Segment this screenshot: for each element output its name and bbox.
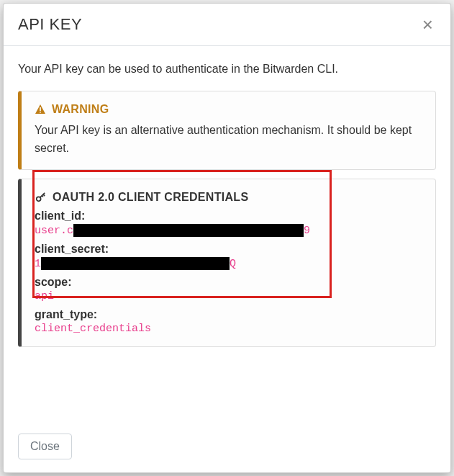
modal-body: Your API key can be used to authenticate… bbox=[4, 46, 450, 423]
svg-line-5 bbox=[42, 196, 43, 197]
client-id-value: user.c9 bbox=[35, 224, 422, 237]
svg-rect-0 bbox=[40, 107, 41, 111]
svg-rect-1 bbox=[40, 112, 41, 113]
scope-value: api bbox=[35, 290, 422, 302]
svg-line-4 bbox=[43, 194, 45, 196]
credentials-callout: OAUTH 2.0 CLIENT CREDENTIALS client_id: … bbox=[18, 179, 436, 347]
key-icon bbox=[35, 191, 47, 203]
close-button[interactable]: Close bbox=[18, 434, 72, 459]
grant-type-label: grant_type: bbox=[35, 308, 422, 321]
credentials-heading-text: OAUTH 2.0 CLIENT CREDENTIALS bbox=[53, 191, 248, 204]
warning-heading: WARNING bbox=[35, 103, 422, 116]
modal-footer: Close bbox=[4, 423, 450, 472]
api-key-modal: API KEY × Your API key can be used to au… bbox=[3, 3, 451, 473]
client-secret-value: 1Q bbox=[35, 257, 422, 270]
modal-title: API KEY bbox=[18, 15, 82, 34]
redacted-block bbox=[41, 257, 230, 270]
warning-callout: WARNING Your API key is an alternative a… bbox=[18, 91, 436, 170]
warning-body: Your API key is an alternative authentic… bbox=[35, 122, 422, 158]
warning-heading-text: WARNING bbox=[52, 103, 109, 116]
modal-header: API KEY × bbox=[4, 4, 450, 46]
credentials-heading: OAUTH 2.0 CLIENT CREDENTIALS bbox=[35, 191, 422, 204]
close-icon-button[interactable]: × bbox=[419, 15, 436, 34]
client-secret-label: client_secret: bbox=[35, 243, 422, 256]
svg-point-2 bbox=[37, 197, 41, 201]
grant-type-value: client_credentials bbox=[35, 323, 422, 335]
client-id-label: client_id: bbox=[35, 210, 422, 223]
api-key-description: Your API key can be used to authenticate… bbox=[18, 60, 436, 78]
redacted-block bbox=[73, 224, 304, 237]
scope-label: scope: bbox=[35, 276, 422, 289]
warning-icon bbox=[35, 104, 46, 115]
